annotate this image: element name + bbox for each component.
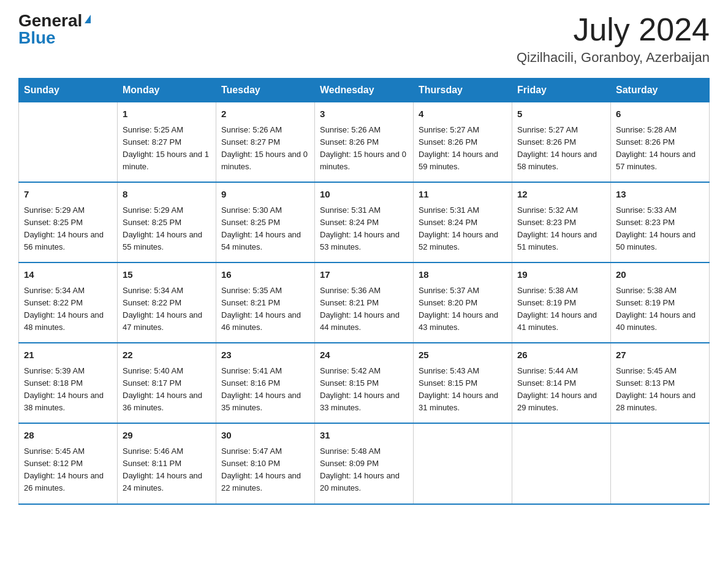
calendar-cell: 14Sunrise: 5:34 AM Sunset: 8:22 PM Dayli… xyxy=(19,262,118,343)
page-subtitle: Qizilhacili, Goranboy, Azerbaijan xyxy=(517,50,710,66)
day-number: 23 xyxy=(221,348,309,362)
header-cell-tuesday: Tuesday xyxy=(216,79,315,102)
day-info: Sunrise: 5:30 AM Sunset: 8:25 PM Dayligh… xyxy=(221,204,309,254)
calendar-cell: 30Sunrise: 5:47 AM Sunset: 8:10 PM Dayli… xyxy=(216,423,315,504)
calendar-cell: 11Sunrise: 5:31 AM Sunset: 8:24 PM Dayli… xyxy=(414,182,512,262)
day-info: Sunrise: 5:28 AM Sunset: 8:26 PM Dayligh… xyxy=(616,124,704,174)
calendar-week-row: 28Sunrise: 5:45 AM Sunset: 8:12 PM Dayli… xyxy=(19,423,710,504)
day-info: Sunrise: 5:26 AM Sunset: 8:26 PM Dayligh… xyxy=(320,124,408,174)
day-number: 10 xyxy=(320,188,408,202)
calendar-cell xyxy=(611,423,710,504)
day-number: 25 xyxy=(419,348,507,362)
day-number: 30 xyxy=(221,429,309,443)
day-info: Sunrise: 5:46 AM Sunset: 8:11 PM Dayligh… xyxy=(123,445,211,495)
calendar-cell: 27Sunrise: 5:45 AM Sunset: 8:13 PM Dayli… xyxy=(611,343,710,423)
calendar-cell: 15Sunrise: 5:34 AM Sunset: 8:22 PM Dayli… xyxy=(118,262,216,343)
day-info: Sunrise: 5:48 AM Sunset: 8:09 PM Dayligh… xyxy=(320,445,408,495)
calendar-cell: 10Sunrise: 5:31 AM Sunset: 8:24 PM Dayli… xyxy=(315,182,414,262)
calendar-cell xyxy=(512,423,611,504)
logo-general-text: General xyxy=(18,12,82,29)
calendar-cell: 18Sunrise: 5:37 AM Sunset: 8:20 PM Dayli… xyxy=(414,262,512,343)
logo: General Blue xyxy=(18,12,91,47)
calendar-cell: 5Sunrise: 5:27 AM Sunset: 8:26 PM Daylig… xyxy=(512,102,611,183)
day-number: 22 xyxy=(123,348,211,362)
day-number: 15 xyxy=(123,268,211,282)
page-title: July 2024 xyxy=(517,12,710,47)
calendar-cell: 20Sunrise: 5:38 AM Sunset: 8:19 PM Dayli… xyxy=(611,262,710,343)
calendar-cell: 12Sunrise: 5:32 AM Sunset: 8:23 PM Dayli… xyxy=(512,182,611,262)
day-info: Sunrise: 5:40 AM Sunset: 8:17 PM Dayligh… xyxy=(123,365,211,415)
calendar-cell: 1Sunrise: 5:25 AM Sunset: 8:27 PM Daylig… xyxy=(118,102,216,183)
day-number: 16 xyxy=(221,268,309,282)
day-number: 2 xyxy=(221,107,309,121)
day-info: Sunrise: 5:34 AM Sunset: 8:22 PM Dayligh… xyxy=(123,285,211,334)
day-number: 28 xyxy=(24,429,112,443)
calendar-cell: 29Sunrise: 5:46 AM Sunset: 8:11 PM Dayli… xyxy=(118,423,216,504)
day-info: Sunrise: 5:43 AM Sunset: 8:15 PM Dayligh… xyxy=(419,365,507,415)
calendar-week-row: 7Sunrise: 5:29 AM Sunset: 8:25 PM Daylig… xyxy=(19,182,710,262)
day-info: Sunrise: 5:38 AM Sunset: 8:19 PM Dayligh… xyxy=(616,285,704,334)
calendar-cell: 2Sunrise: 5:26 AM Sunset: 8:27 PM Daylig… xyxy=(216,102,315,183)
header-cell-wednesday: Wednesday xyxy=(315,79,414,102)
day-number: 9 xyxy=(221,188,309,202)
header-cell-friday: Friday xyxy=(512,79,611,102)
page-header: General Blue July 2024 Qizilhacili, Gora… xyxy=(18,12,710,66)
day-info: Sunrise: 5:31 AM Sunset: 8:24 PM Dayligh… xyxy=(419,204,507,254)
title-block: July 2024 Qizilhacili, Goranboy, Azerbai… xyxy=(517,12,710,66)
day-info: Sunrise: 5:38 AM Sunset: 8:19 PM Dayligh… xyxy=(517,285,605,334)
day-info: Sunrise: 5:36 AM Sunset: 8:21 PM Dayligh… xyxy=(320,285,408,334)
day-info: Sunrise: 5:27 AM Sunset: 8:26 PM Dayligh… xyxy=(517,124,605,174)
day-number: 24 xyxy=(320,348,408,362)
day-info: Sunrise: 5:42 AM Sunset: 8:15 PM Dayligh… xyxy=(320,365,408,415)
day-number: 11 xyxy=(419,188,507,202)
day-number: 3 xyxy=(320,107,408,121)
day-number: 13 xyxy=(616,188,704,202)
logo-blue-text: Blue xyxy=(18,29,56,47)
calendar-cell: 4Sunrise: 5:27 AM Sunset: 8:26 PM Daylig… xyxy=(414,102,512,183)
day-number: 29 xyxy=(123,429,211,443)
calendar-cell: 9Sunrise: 5:30 AM Sunset: 8:25 PM Daylig… xyxy=(216,182,315,262)
day-number: 14 xyxy=(24,268,112,282)
calendar-week-row: 14Sunrise: 5:34 AM Sunset: 8:22 PM Dayli… xyxy=(19,262,710,343)
calendar-cell: 25Sunrise: 5:43 AM Sunset: 8:15 PM Dayli… xyxy=(414,343,512,423)
day-number: 5 xyxy=(517,107,605,121)
calendar-cell: 6Sunrise: 5:28 AM Sunset: 8:26 PM Daylig… xyxy=(611,102,710,183)
header-cell-thursday: Thursday xyxy=(414,79,512,102)
calendar-cell: 24Sunrise: 5:42 AM Sunset: 8:15 PM Dayli… xyxy=(315,343,414,423)
calendar-header-row: SundayMondayTuesdayWednesdayThursdayFrid… xyxy=(19,79,710,102)
day-number: 31 xyxy=(320,429,408,443)
day-info: Sunrise: 5:35 AM Sunset: 8:21 PM Dayligh… xyxy=(221,285,309,334)
header-cell-saturday: Saturday xyxy=(611,79,710,102)
calendar-cell: 7Sunrise: 5:29 AM Sunset: 8:25 PM Daylig… xyxy=(19,182,118,262)
calendar-cell: 28Sunrise: 5:45 AM Sunset: 8:12 PM Dayli… xyxy=(19,423,118,504)
calendar-cell: 26Sunrise: 5:44 AM Sunset: 8:14 PM Dayli… xyxy=(512,343,611,423)
day-number: 6 xyxy=(616,107,704,121)
day-number: 12 xyxy=(517,188,605,202)
calendar-cell xyxy=(19,102,118,183)
header-cell-monday: Monday xyxy=(118,79,216,102)
header-cell-sunday: Sunday xyxy=(19,79,118,102)
calendar-cell: 21Sunrise: 5:39 AM Sunset: 8:18 PM Dayli… xyxy=(19,343,118,423)
calendar-cell: 19Sunrise: 5:38 AM Sunset: 8:19 PM Dayli… xyxy=(512,262,611,343)
day-info: Sunrise: 5:34 AM Sunset: 8:22 PM Dayligh… xyxy=(24,285,112,334)
day-number: 18 xyxy=(419,268,507,282)
day-info: Sunrise: 5:44 AM Sunset: 8:14 PM Dayligh… xyxy=(517,365,605,415)
calendar-cell xyxy=(414,423,512,504)
day-number: 1 xyxy=(123,107,211,121)
day-number: 7 xyxy=(24,188,112,202)
calendar-cell: 31Sunrise: 5:48 AM Sunset: 8:09 PM Dayli… xyxy=(315,423,414,504)
day-info: Sunrise: 5:32 AM Sunset: 8:23 PM Dayligh… xyxy=(517,204,605,254)
calendar-week-row: 1Sunrise: 5:25 AM Sunset: 8:27 PM Daylig… xyxy=(19,102,710,183)
calendar-cell: 22Sunrise: 5:40 AM Sunset: 8:17 PM Dayli… xyxy=(118,343,216,423)
day-number: 27 xyxy=(616,348,704,362)
day-number: 17 xyxy=(320,268,408,282)
day-info: Sunrise: 5:41 AM Sunset: 8:16 PM Dayligh… xyxy=(221,365,309,415)
calendar-table: SundayMondayTuesdayWednesdayThursdayFrid… xyxy=(18,78,710,504)
calendar-cell: 3Sunrise: 5:26 AM Sunset: 8:26 PM Daylig… xyxy=(315,102,414,183)
day-number: 19 xyxy=(517,268,605,282)
calendar-week-row: 21Sunrise: 5:39 AM Sunset: 8:18 PM Dayli… xyxy=(19,343,710,423)
day-info: Sunrise: 5:37 AM Sunset: 8:20 PM Dayligh… xyxy=(419,285,507,334)
calendar-cell: 23Sunrise: 5:41 AM Sunset: 8:16 PM Dayli… xyxy=(216,343,315,423)
day-info: Sunrise: 5:45 AM Sunset: 8:13 PM Dayligh… xyxy=(616,365,704,415)
day-info: Sunrise: 5:33 AM Sunset: 8:23 PM Dayligh… xyxy=(616,204,704,254)
